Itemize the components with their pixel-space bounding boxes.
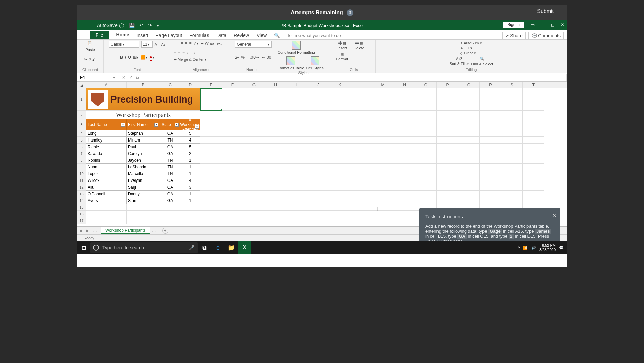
cell[interactable] [458,137,480,144]
cell[interactable] [351,137,372,144]
cell[interactable] [351,177,372,184]
cell[interactable] [394,204,415,211]
cell[interactable] [265,211,286,217]
cell[interactable] [415,111,437,119]
border-icon[interactable]: ▦▾ [133,55,139,60]
comments-button[interactable]: 💬 Comments [528,32,564,39]
filter-dropdown-icon[interactable]: ▾ [121,123,125,127]
cell[interactable] [265,88,286,111]
cell[interactable] [222,150,243,157]
align-bottom-icon[interactable]: ≡ [189,41,191,46]
cell[interactable] [351,164,372,170]
tab-insert[interactable]: Insert [136,33,148,39]
cell[interactable] [480,157,501,164]
cell[interactable] [437,191,458,197]
align-top-icon[interactable]: ≡ [180,41,183,46]
cell[interactable] [286,88,308,111]
merge-center-button[interactable]: ⬌ Merge & Center ▾ [174,57,207,62]
table-cell[interactable]: 1 [180,170,200,177]
volume-icon[interactable]: 🔊 [531,246,536,250]
cell[interactable] [351,184,372,191]
cell[interactable] [243,211,265,217]
decrease-indent-icon[interactable]: ⇤ [187,51,190,55]
autosave-toggle[interactable]: AutoSave ◯ [97,23,124,28]
cell[interactable] [265,177,286,184]
row-header[interactable]: 4 [77,130,86,137]
cell[interactable] [265,157,286,164]
table-cell[interactable]: 2 [180,150,200,157]
cell[interactable] [329,197,351,204]
fx-icon[interactable]: fx [136,75,139,80]
cell[interactable] [351,119,372,130]
cell[interactable] [415,137,437,144]
cell[interactable] [394,217,415,224]
cell[interactable] [351,130,372,137]
popup-close-icon[interactable]: ✕ [552,212,556,219]
table-cell[interactable]: TN [160,164,180,170]
cell[interactable] [329,217,351,224]
table-cell[interactable]: Jayden [127,157,160,164]
cell[interactable] [415,119,437,130]
align-right-icon[interactable]: ≡ [182,51,185,55]
cell[interactable] [501,144,523,150]
cell[interactable] [523,184,544,191]
cell[interactable] [394,211,415,217]
cell[interactable] [308,170,329,177]
cell[interactable] [180,204,200,211]
cell[interactable] [243,157,265,164]
cell[interactable] [523,177,544,184]
cell[interactable] [372,137,394,144]
cell[interactable] [286,191,308,197]
cell[interactable] [394,88,415,111]
cell[interactable] [480,137,501,144]
cell[interactable] [200,170,222,177]
cell[interactable] [286,184,308,191]
cell[interactable] [501,191,523,197]
cell[interactable] [501,170,523,177]
cell[interactable] [437,88,458,111]
table-cell[interactable]: TN [160,157,180,164]
cell[interactable] [222,88,243,111]
cell[interactable] [501,111,523,119]
cell[interactable] [286,217,308,224]
cell[interactable] [127,217,160,224]
cell[interactable] [286,170,308,177]
cell[interactable] [458,150,480,157]
cell[interactable] [200,119,222,130]
ribbon-display-icon[interactable]: ▭ [531,22,535,27]
cell[interactable] [458,170,480,177]
cell[interactable] [308,164,329,170]
row-header[interactable]: 2 [77,111,86,119]
table-cell[interactable]: Allu [86,184,127,191]
table-cell[interactable]: 1 [180,164,200,170]
close-icon[interactable]: ✕ [561,22,564,27]
row-header[interactable]: 10 [77,170,86,177]
italic-icon[interactable]: I [125,55,126,60]
cell[interactable] [329,204,351,211]
percent-icon[interactable]: % [241,55,245,60]
cell[interactable] [351,144,372,150]
cell[interactable] [437,144,458,150]
col-header-P[interactable]: P [437,82,458,88]
cell[interactable] [160,217,180,224]
col-header-D[interactable]: D [180,82,200,88]
worksheet-grid[interactable]: ◢ ABCDEFGHIJKLMNOPQRST 1Precision Buildi… [77,82,567,226]
table-cell[interactable]: Wilcox [86,177,127,184]
table-cell[interactable]: Paul [127,144,160,150]
cell[interactable] [437,177,458,184]
cell[interactable] [243,177,265,184]
cell[interactable] [200,184,222,191]
table-header-state[interactable]: State▾ [160,119,180,130]
cell[interactable] [222,211,243,217]
sheet-nav-next-icon[interactable]: ▶ [84,228,91,233]
table-cell[interactable]: 1 [180,197,200,204]
cell[interactable] [200,88,222,111]
cell[interactable] [372,184,394,191]
cell[interactable] [394,184,415,191]
enter-entry-icon[interactable]: ✓ [129,75,133,80]
cell[interactable] [308,204,329,211]
cell[interactable] [329,88,351,111]
cell[interactable] [200,157,222,164]
cell[interactable] [200,137,222,144]
table-cell[interactable]: LaShonda [127,164,160,170]
